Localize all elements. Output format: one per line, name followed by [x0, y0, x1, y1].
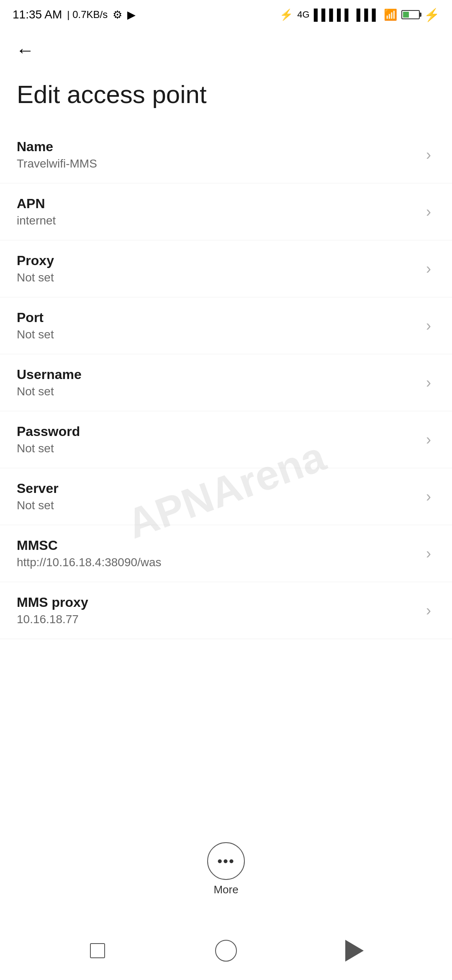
status-left: 11:35 AM | 0.7KB/s ⚙ ▶ — [13, 8, 136, 21]
4g-icon: 4G — [297, 9, 309, 20]
item-value-4: Not set — [17, 385, 418, 398]
settings-item-port[interactable]: Port Not set › — [0, 297, 452, 354]
nav-home-button[interactable] — [209, 934, 243, 967]
settings-item-mms-proxy[interactable]: MMS proxy 10.16.18.77 › — [0, 582, 452, 639]
recents-icon — [90, 943, 105, 958]
item-value-5: Not set — [17, 442, 418, 455]
nav-bar — [0, 921, 452, 980]
settings-item-username[interactable]: Username Not set › — [0, 354, 452, 411]
item-value-1: internet — [17, 214, 418, 227]
back-nav-icon — [345, 940, 364, 962]
back-arrow-icon: ← — [16, 40, 34, 61]
item-content-3: Port Not set — [17, 310, 418, 341]
settings-item-server[interactable]: Server Not set › — [0, 468, 452, 525]
item-label-0: Name — [17, 139, 418, 155]
settings-item-mmsc[interactable]: MMSC http://10.16.18.4:38090/was › — [0, 525, 452, 582]
chevron-right-icon-8: › — [426, 602, 431, 619]
item-label-7: MMSC — [17, 538, 418, 553]
settings-item-proxy[interactable]: Proxy Not set › — [0, 240, 452, 297]
item-value-7: http://10.16.18.4:38090/was — [17, 556, 418, 569]
item-label-6: Server — [17, 481, 418, 496]
settings-item-name[interactable]: Name Travelwifi-MMS › — [0, 126, 452, 183]
charging-icon: ⚡ — [424, 8, 439, 22]
item-label-5: Password — [17, 424, 418, 439]
nav-back-button[interactable] — [338, 934, 371, 967]
top-bar: ← — [0, 29, 452, 71]
page-title: Edit access point — [0, 71, 452, 126]
chevron-right-icon-7: › — [426, 545, 431, 562]
item-content-8: MMS proxy 10.16.18.77 — [17, 595, 418, 626]
video-icon: ▶ — [127, 8, 136, 21]
signal2-icon: ▌▌▌ — [357, 8, 380, 21]
signal-icon: ▌▌▌▌▌ — [314, 8, 352, 21]
home-icon — [215, 940, 237, 962]
item-content-7: MMSC http://10.16.18.4:38090/was — [17, 538, 418, 569]
chevron-right-icon-0: › — [426, 146, 431, 164]
status-speed: | 0.7KB/s — [67, 9, 108, 21]
item-content-0: Name Travelwifi-MMS — [17, 139, 418, 170]
chevron-right-icon-5: › — [426, 431, 431, 449]
status-time: 11:35 AM — [13, 8, 62, 21]
status-bar: 11:35 AM | 0.7KB/s ⚙ ▶ ⚡ 4G ▌▌▌▌▌ ▌▌▌ 📶 … — [0, 0, 452, 29]
nav-recents-button[interactable] — [81, 934, 114, 967]
back-button[interactable]: ← — [13, 38, 38, 63]
more-button-container: ••• More — [0, 842, 452, 896]
chevron-right-icon-6: › — [426, 488, 431, 505]
battery-indicator — [401, 10, 420, 19]
item-content-6: Server Not set — [17, 481, 418, 512]
more-label: More — [213, 883, 238, 896]
settings-item-password[interactable]: Password Not set › — [0, 411, 452, 468]
item-value-8: 10.16.18.77 — [17, 613, 418, 626]
item-label-8: MMS proxy — [17, 595, 418, 610]
item-label-1: APN — [17, 196, 418, 211]
chevron-right-icon-2: › — [426, 260, 431, 278]
settings-icon: ⚙ — [113, 8, 122, 21]
item-content-4: Username Not set — [17, 367, 418, 398]
item-content-2: Proxy Not set — [17, 253, 418, 284]
settings-item-apn[interactable]: APN internet › — [0, 183, 452, 240]
wifi-icon: 📶 — [384, 8, 397, 21]
item-label-4: Username — [17, 367, 418, 382]
chevron-right-icon-3: › — [426, 317, 431, 335]
item-label-2: Proxy — [17, 253, 418, 268]
item-value-3: Not set — [17, 328, 418, 341]
item-label-3: Port — [17, 310, 418, 325]
settings-list: Name Travelwifi-MMS › APN internet › Pro… — [0, 126, 452, 639]
more-dots-icon: ••• — [217, 853, 235, 869]
chevron-right-icon-1: › — [426, 203, 431, 221]
item-value-0: Travelwifi-MMS — [17, 157, 418, 170]
bluetooth-icon: ⚡ — [280, 8, 293, 21]
status-right: ⚡ 4G ▌▌▌▌▌ ▌▌▌ 📶 ⚡ — [280, 8, 439, 22]
more-button[interactable]: ••• — [207, 842, 245, 880]
item-value-2: Not set — [17, 271, 418, 284]
item-content-5: Password Not set — [17, 424, 418, 455]
chevron-right-icon-4: › — [426, 374, 431, 392]
item-content-1: APN internet — [17, 196, 418, 227]
item-value-6: Not set — [17, 499, 418, 512]
